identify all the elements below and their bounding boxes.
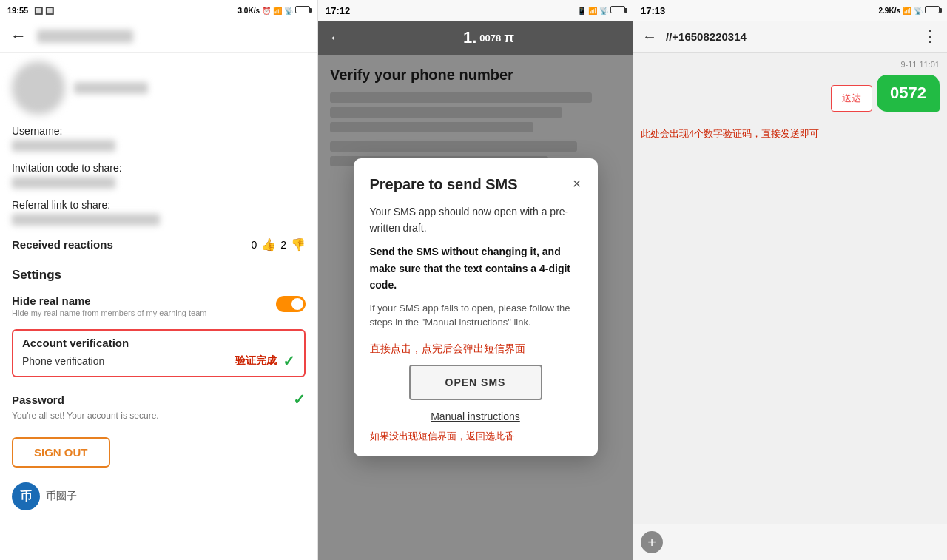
password-row: Password ✓ (12, 391, 306, 408)
status-icons-left: 3.0K/s ⏰ 📶 📡 (238, 6, 310, 15)
av-phone-row: Phone verification 验证完成 ✓ (22, 352, 295, 370)
status-icons-right: 2.9K/s 📶 📡 (879, 6, 940, 15)
hide-name-label: Hide real name (12, 294, 206, 307)
header-title-left (37, 30, 133, 43)
manual-instructions-link[interactable]: Manual instructions (370, 411, 582, 422)
av-right: 验证完成 ✓ (235, 352, 295, 370)
annotation-right: 此处会出现4个数字验证码，直接发送即可 (641, 126, 940, 141)
header-amount: 1. (463, 28, 476, 47)
modal-header: Prepare to send SMS × (370, 176, 582, 193)
username-value-blur (12, 140, 115, 152)
referral-label: Referral link to share: (0, 193, 317, 212)
right-header: ← //+16508220314 ⋮ (633, 21, 947, 53)
modal-box: Prepare to send SMS × Your SMS app shoul… (354, 158, 598, 457)
mid-header: ← 1. 0078 π (318, 21, 633, 55)
app-icon-mid: 📱 (577, 7, 586, 15)
referral-value-blur (12, 214, 160, 226)
left-content: Username: Invitation code to share: Refe… (0, 53, 317, 560)
sms-bubble-row: 送达 0572 (641, 75, 940, 112)
av-title: Account verification (22, 337, 295, 349)
hide-name-toggle[interactable] (276, 296, 306, 312)
logo-icon: 币 (12, 482, 40, 510)
settings-title: Settings (0, 259, 317, 289)
speed-left: 3.0K/s (238, 7, 260, 15)
open-sms-button[interactable]: OPEN SMS (409, 365, 542, 400)
panel-left: 19:55 🔲 🔲 3.0K/s ⏰ 📶 📡 ← Username: Invit… (0, 0, 318, 560)
password-label: Password (12, 394, 64, 406)
thumbs-up-icon: 👍 (261, 237, 276, 252)
modal-overlay: Prepare to send SMS × Your SMS app shoul… (318, 55, 633, 560)
wifi-icon-left: 📡 (284, 7, 293, 15)
invitation-label: Invitation code to share: (0, 156, 317, 175)
mid-header-title: 1. 0078 π (355, 28, 622, 47)
av-verified-text: 验证完成 (235, 354, 277, 368)
logo-area: 币 币圈子 (0, 476, 317, 519)
annotation-red-2: 如果没出现短信界面，返回选此香 (370, 430, 582, 443)
hide-name-sub: Hide my real name from members of my ear… (12, 308, 206, 317)
annotation-red-1: 直接点击，点完后会弹出短信界面 (370, 342, 582, 357)
reaction-count-0: 0 (251, 239, 257, 251)
username-label: Username: (0, 119, 317, 138)
hide-name-row: Hide real name Hide my real name from me… (0, 289, 317, 323)
password-section: Password ✓ You're all set! Your account … (0, 383, 317, 428)
av-check-icon: ✓ (283, 352, 295, 370)
time-mid: 17:12 (326, 5, 350, 16)
back-button-left[interactable]: ← (10, 27, 27, 46)
plus-icon: + (647, 534, 656, 551)
account-verification-box: Account verification Phone verification … (12, 329, 306, 377)
sms-code-bubble: 0572 (877, 75, 940, 112)
left-header: ← (0, 21, 317, 53)
avatar-name-blur (74, 82, 148, 94)
reactions-row: Received reactions 0 👍 2 👎 (0, 230, 317, 259)
status-bar-right: 17:13 2.9K/s 📶 📡 (633, 0, 947, 21)
battery-mid (610, 6, 625, 15)
status-bar-mid: 17:12 📱 📶 📡 (318, 0, 633, 21)
hide-name-left: Hide real name Hide my real name from me… (12, 294, 206, 317)
modal-close-button[interactable]: × (573, 176, 582, 191)
panel-right: 17:13 2.9K/s 📶 📡 ← //+16508220314 ⋮ 9-11… (633, 0, 947, 560)
header-decimal: 0078 (479, 33, 501, 44)
modal-title: Prepare to send SMS (370, 176, 518, 193)
sms-timestamp: 9-11 11:01 (641, 60, 940, 69)
sms-input-row: + (633, 524, 947, 560)
status-bar-left: 19:55 🔲 🔲 3.0K/s ⏰ 📶 📡 (0, 0, 317, 21)
mid-body: Verify your phone number Prepare to send… (318, 55, 633, 560)
av-phone-label: Phone verification (22, 355, 104, 367)
sign-out-area: SIGN OUT (0, 428, 317, 476)
sms-contact-title: //+16508220314 (666, 30, 922, 43)
panel-middle: 17:12 📱 📶 📡 ← 1. 0078 π Verify your phon… (318, 0, 633, 560)
battery-right (925, 6, 940, 15)
notification-icons-left: 🔲 🔲 (34, 7, 54, 15)
reactions-counts: 0 👍 2 👎 (251, 237, 306, 252)
signal-right: 📶 (903, 7, 911, 15)
signal-icon: 📶 (273, 7, 282, 15)
reaction-count-2: 2 (280, 239, 286, 251)
avatar (12, 61, 65, 115)
more-options-button[interactable]: ⋮ (922, 27, 938, 46)
sms-send-button[interactable]: 送达 (831, 85, 872, 112)
modal-body-light: If your SMS app fails to open, please fo… (370, 301, 582, 330)
pi-symbol: π (504, 30, 514, 46)
right-body: 9-11 11:01 送达 0572 此处会出现4个数字验证码，直接发送即可 (633, 53, 947, 524)
wifi-mid: 📡 (599, 7, 608, 15)
alarm-icon: ⏰ (262, 7, 271, 15)
password-sub: You're all set! Your account is secure. (12, 411, 306, 421)
sign-out-button[interactable]: SIGN OUT (12, 437, 110, 468)
modal-body-bold: Send the SMS without changing it, and ma… (370, 243, 582, 293)
status-icons-mid: 📱 📶 📡 (577, 6, 625, 15)
signal-mid: 📶 (588, 7, 597, 15)
logo-text: 币圈子 (46, 490, 77, 503)
time-right: 17:13 (641, 5, 665, 16)
battery-icon-left (295, 6, 310, 15)
sms-add-button[interactable]: + (641, 531, 663, 553)
reactions-label: Received reactions (12, 238, 113, 251)
back-button-mid[interactable]: ← (328, 28, 345, 47)
speed-right: 2.9K/s (879, 7, 900, 15)
back-button-right[interactable]: ← (642, 28, 657, 45)
avatar-area (0, 53, 317, 119)
sms-input-field[interactable] (669, 530, 940, 554)
thumbs-down-icon: 👎 (291, 237, 306, 252)
time-left: 19:55 (7, 6, 28, 15)
wifi-right: 📡 (914, 7, 923, 15)
modal-body-text: Your SMS app should now open with a pre-… (370, 203, 582, 237)
